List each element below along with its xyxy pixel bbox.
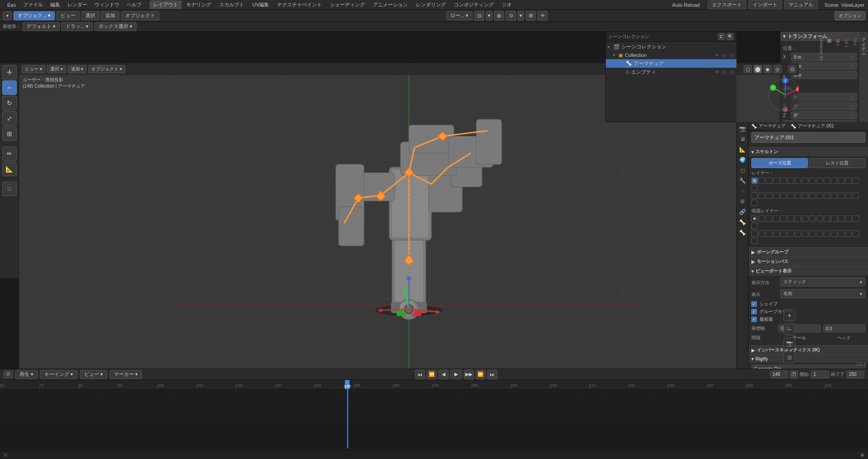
transform-icon[interactable]: ⊕: [494, 11, 504, 21]
workspace-modeling[interactable]: モデリング: [183, 0, 215, 9]
player-28[interactable]: [831, 230, 837, 237]
player-31[interactable]: [853, 230, 859, 237]
layer-6[interactable]: [788, 178, 794, 184]
zoom-out-btn[interactable]: −: [783, 323, 795, 335]
play-btn[interactable]: ▶: [450, 370, 462, 379]
layer-13[interactable]: [838, 178, 844, 184]
armature-select-icon[interactable]: ◎: [714, 61, 720, 67]
workspace-rendering[interactable]: レンダリング: [412, 0, 449, 9]
proportional-edit[interactable]: ⊙: [506, 11, 516, 21]
pose-position-btn[interactable]: ポーズ位置: [751, 158, 808, 168]
head-btn[interactable]: ヘッド: [823, 334, 866, 342]
empty-item[interactable]: ◇ エンプティ 👁 ◎ ◷: [606, 68, 736, 76]
menu-edit[interactable]: 編集: [47, 0, 64, 9]
layer-16[interactable]: [751, 185, 758, 191]
select-btn[interactable]: 選択: [81, 11, 99, 20]
player-9[interactable]: [809, 215, 816, 222]
player-24[interactable]: [802, 230, 808, 237]
timeline-content[interactable]: [0, 390, 868, 448]
menu-help[interactable]: ヘルプ: [123, 0, 145, 9]
show-gizmo[interactable]: ✛: [538, 11, 547, 21]
viewport-shading-material[interactable]: ◉: [764, 65, 772, 73]
layer-30[interactable]: [845, 192, 852, 199]
layer-31[interactable]: [853, 192, 859, 199]
armature-eye-icon[interactable]: 👁: [707, 61, 713, 67]
empty-select-icon[interactable]: ◎: [721, 69, 727, 75]
bone-groups-header[interactable]: ▶ ボーングループ: [749, 247, 868, 257]
object-props-icon[interactable]: ◻: [738, 165, 748, 175]
player-8[interactable]: [802, 215, 808, 222]
workspace-compositing[interactable]: コンポジティング: [450, 0, 497, 9]
layer-28[interactable]: [831, 192, 837, 199]
layer-21[interactable]: [780, 192, 787, 199]
player-4[interactable]: [773, 215, 779, 222]
player-32[interactable]: [751, 238, 758, 244]
auto-reload[interactable]: Auto Reload: [669, 1, 703, 9]
modifier-props-icon[interactable]: 🔧: [738, 176, 748, 186]
end-frame-field[interactable]: 250: [846, 370, 864, 379]
view-btn[interactable]: ビュー: [57, 11, 80, 20]
workspace-animation[interactable]: アニメーション: [369, 0, 411, 9]
player-21[interactable]: [780, 230, 787, 237]
armature-item[interactable]: 🦴 アーマチュア 👁 ◎ ◷ ⋯: [606, 59, 736, 68]
next-frame-btn[interactable]: ▶▶: [464, 370, 474, 379]
add-menu[interactable]: 追加 ▾: [68, 65, 87, 73]
collection-select-icon[interactable]: ◎: [721, 52, 727, 58]
scene-collection-item[interactable]: ▾ 🎬 シーンコレクション: [606, 42, 736, 51]
outliner-filter-btn[interactable]: ⊏: [718, 33, 725, 40]
layer-25[interactable]: [809, 192, 816, 199]
player-29[interactable]: [838, 230, 844, 237]
armature-more-icon[interactable]: ⋯: [728, 61, 735, 67]
menu-eas[interactable]: Eas: [4, 1, 19, 9]
player-30[interactable]: [845, 230, 852, 237]
zoom-in-btn[interactable]: +: [783, 309, 795, 321]
camera-view-btn[interactable]: 📷: [783, 337, 795, 349]
object-mode-btn[interactable]: オブジェク... ▾: [14, 11, 55, 20]
player-12[interactable]: [831, 215, 837, 222]
generate-rig-btn[interactable]: Generate Rig: [751, 365, 865, 369]
layer-1[interactable]: [751, 178, 758, 184]
timeline-ruler[interactable]: 6070809010011012013014015016017018019020…: [0, 380, 868, 390]
rotate-tool[interactable]: ↻: [2, 96, 17, 110]
player-25[interactable]: [809, 230, 816, 237]
workspace-sculpt[interactable]: スカルプト: [216, 0, 248, 9]
mode-icon[interactable]: ▾: [3, 11, 12, 20]
workspace-layout[interactable]: レイアウト: [150, 0, 182, 9]
proportional-dropdown[interactable]: ▾: [518, 11, 524, 21]
manual-btn[interactable]: マニュアル: [784, 0, 817, 9]
snap-magnet[interactable]: ⊙: [474, 11, 484, 21]
breadcrumb-item1[interactable]: アーマチュア: [759, 123, 786, 129]
player-19[interactable]: [766, 230, 772, 237]
menu-file[interactable]: ファイル: [19, 0, 47, 9]
ik-header[interactable]: ▶ インバースキネマティクス (IK): [749, 345, 868, 355]
box-select-btn[interactable]: ボックス選択 ▾: [94, 22, 137, 31]
layer-9[interactable]: [809, 178, 816, 184]
empty-eye-icon[interactable]: 👁: [714, 69, 720, 75]
show-select[interactable]: 名前 ▾: [780, 289, 865, 298]
drag-mode-btn[interactable]: ドラッ... ▾: [61, 22, 93, 31]
player-20[interactable]: [773, 230, 779, 237]
cursor-tool[interactable]: ✛: [2, 65, 17, 80]
prev-keyframe-btn[interactable]: ⏪: [427, 370, 437, 379]
layer-7[interactable]: [795, 178, 801, 184]
player-17[interactable]: [751, 230, 758, 237]
viewport-shading-wire[interactable]: ◻: [744, 65, 752, 73]
snap-dropdown[interactable]: ▾: [486, 11, 492, 21]
player-13[interactable]: [838, 215, 844, 222]
scale-tool[interactable]: ⤢: [2, 111, 17, 126]
display-as-select[interactable]: スティック ▾: [780, 277, 865, 286]
jump-end-btn[interactable]: ⏭: [487, 370, 497, 379]
object-btn[interactable]: オブジェクト: [121, 11, 159, 20]
timeline-mode-icon[interactable]: ⏱: [4, 370, 13, 379]
prev-frame-btn[interactable]: ◀: [439, 370, 448, 379]
armature-render-icon[interactable]: ◷: [721, 61, 727, 67]
player-7[interactable]: [795, 215, 801, 222]
layer-2[interactable]: [759, 178, 765, 184]
world-props-icon[interactable]: 🌍: [738, 155, 748, 165]
player-18[interactable]: [759, 230, 765, 237]
player-22[interactable]: [788, 230, 794, 237]
player-27[interactable]: [824, 230, 830, 237]
layer-20[interactable]: [773, 192, 779, 199]
layer-32[interactable]: [751, 200, 758, 206]
workspace-texture[interactable]: テクスチャペイント: [274, 0, 326, 9]
